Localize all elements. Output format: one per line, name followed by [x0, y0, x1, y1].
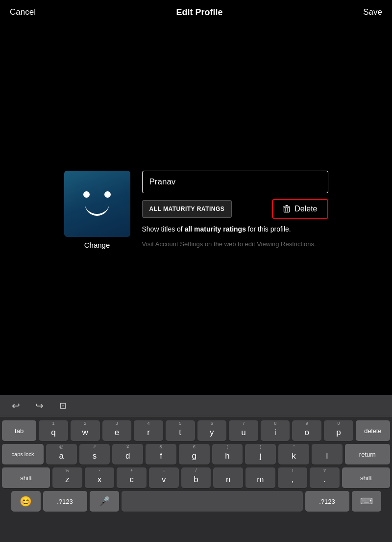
key-row-3: shift % z - x + c = v / b	[2, 467, 390, 488]
row-actions: ALL MATURITY RATINGS Delete	[142, 199, 328, 219]
key-keyboard[interactable]: ⌨	[352, 491, 381, 512]
key-r[interactable]: 4 r	[134, 420, 163, 441]
key-shift-right[interactable]: shift	[342, 467, 390, 488]
key-emoji[interactable]: 😊	[11, 491, 41, 512]
key-e[interactable]: 3 e	[102, 420, 132, 441]
key-k[interactable]: " k	[278, 444, 309, 465]
keyboard-toolbar: ↩ ↪ ⊡	[0, 395, 392, 416]
delete-button[interactable]: Delete	[272, 199, 328, 219]
profile-name-input[interactable]	[142, 171, 328, 193]
key-y[interactable]: 6 y	[197, 420, 227, 441]
form-fields: ALL MATURITY RATINGS Delete Show titles …	[142, 171, 328, 249]
key-row-2: caps lock @ a # s ¥ d & f € g	[2, 444, 390, 465]
key-caps-lock[interactable]: caps lock	[2, 444, 44, 465]
delete-label: Delete	[294, 205, 317, 213]
undo-icon: ↩	[12, 400, 20, 412]
key-t[interactable]: 5 t	[166, 420, 195, 441]
key-h[interactable]: ( h	[212, 444, 243, 465]
key-o[interactable]: 9 o	[292, 420, 321, 441]
avatar-smile	[85, 204, 109, 216]
avatar-eye-right	[104, 191, 111, 198]
key-z[interactable]: % z	[52, 467, 82, 488]
undo-button[interactable]: ↩	[8, 398, 24, 413]
clipboard-icon: ⊡	[59, 400, 67, 411]
avatar[interactable]	[64, 171, 130, 237]
avatar-eye-left	[83, 191, 90, 198]
key-period[interactable]: ? .	[310, 467, 340, 488]
key-return[interactable]: return	[345, 444, 390, 465]
key-s[interactable]: # s	[79, 444, 110, 465]
avatar-eyes	[83, 191, 111, 198]
key-shift-left[interactable]: shift	[2, 467, 50, 488]
key-row-4: 😊 .?123 🎤 .?123 ⌨	[2, 491, 390, 512]
key-num-sym-right[interactable]: .?123	[305, 491, 349, 512]
maturity-info: Show titles of all maturity ratings for …	[142, 225, 328, 234]
viewing-restrictions: Visit Account Settings on the web to edi…	[142, 240, 328, 249]
page-title: Edit Profile	[176, 7, 223, 18]
cancel-button[interactable]: Cancel	[10, 7, 36, 17]
keyboard-rows: tab 1 q 2 w 3 e 4 r 5 t 6	[0, 416, 392, 514]
key-delete[interactable]: delete	[356, 420, 390, 441]
key-b[interactable]: / b	[181, 467, 211, 488]
key-row-1: tab 1 q 2 w 3 e 4 r 5 t 6	[2, 420, 390, 441]
key-i[interactable]: 8 i	[261, 420, 290, 441]
trash-icon	[283, 205, 291, 213]
avatar-container: Change	[64, 171, 130, 249]
redo-icon: ↪	[35, 400, 44, 412]
key-num-sym-left[interactable]: .?123	[43, 491, 87, 512]
keyboard-area: ↩ ↪ ⊡ tab 1 q 2 w 3 e	[0, 395, 392, 542]
header: Cancel Edit Profile Save	[0, 0, 392, 25]
key-mic[interactable]: 🎤	[90, 491, 119, 512]
clipboard-button[interactable]: ⊡	[55, 398, 71, 413]
maturity-button[interactable]: ALL MATURITY RATINGS	[142, 200, 232, 218]
key-m[interactable]: m	[245, 467, 275, 488]
key-f[interactable]: & f	[146, 444, 176, 465]
avatar-face	[64, 171, 130, 237]
avatar-change-label[interactable]: Change	[84, 241, 110, 249]
key-u[interactable]: 7 u	[229, 420, 258, 441]
redo-button[interactable]: ↪	[31, 398, 47, 413]
profile-section: Change ALL MATURITY RATINGS Delete	[64, 171, 328, 249]
key-q[interactable]: 1 q	[39, 420, 68, 441]
key-j[interactable]: ) j	[245, 444, 276, 465]
main-content: Change ALL MATURITY RATINGS Delete	[0, 25, 392, 395]
key-p[interactable]: 0 p	[324, 420, 353, 441]
key-space[interactable]	[122, 491, 303, 512]
key-tab[interactable]: tab	[2, 420, 36, 441]
key-v[interactable]: = v	[149, 467, 179, 488]
key-l[interactable]: l	[312, 444, 343, 465]
svg-rect-1	[286, 205, 288, 206]
key-n[interactable]: n	[213, 467, 243, 488]
key-d[interactable]: ¥ d	[112, 444, 143, 465]
key-a[interactable]: @ a	[46, 444, 77, 465]
key-g[interactable]: € g	[179, 444, 210, 465]
key-c[interactable]: + c	[117, 467, 147, 488]
key-w[interactable]: 2 w	[71, 420, 100, 441]
key-comma[interactable]: ! ,	[278, 467, 308, 488]
save-button[interactable]: Save	[363, 7, 382, 17]
key-x[interactable]: - x	[85, 467, 115, 488]
svg-rect-2	[284, 207, 290, 212]
